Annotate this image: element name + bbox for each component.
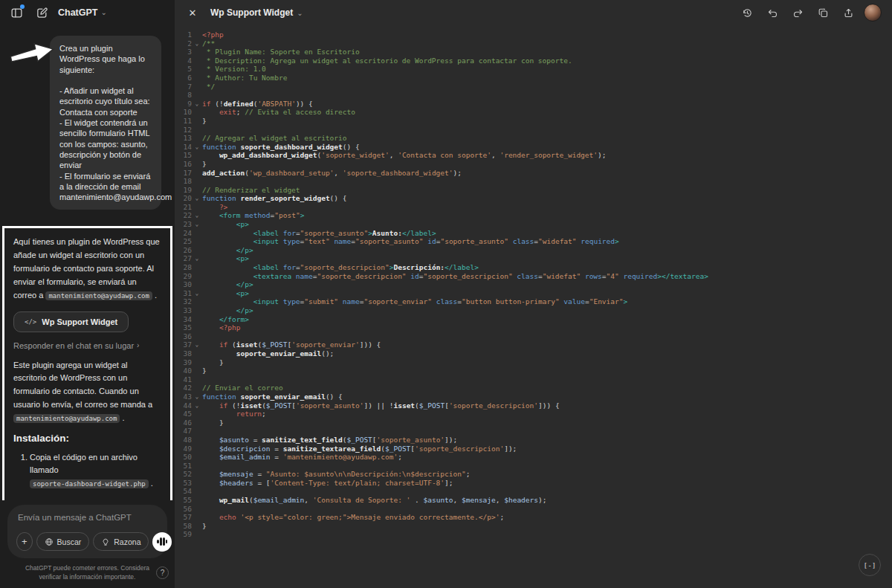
code-line: 58}	[175, 522, 892, 531]
fold-chevron-icon[interactable]: ⌄	[192, 289, 202, 298]
code-line: 29 <textarea name="soporte_descripcion" …	[175, 272, 892, 281]
line-number: 43	[175, 392, 192, 401]
fold-chevron-icon[interactable]: ⌄	[192, 194, 202, 203]
code-text: * Description: Agrega un widget al escri…	[202, 56, 892, 65]
code-line: 18	[175, 177, 892, 186]
fold-gutter	[192, 297, 202, 306]
fold-gutter	[192, 522, 202, 531]
fold-gutter	[192, 513, 202, 522]
code-text: * Author: Tu Nombre	[202, 74, 892, 83]
attach-button[interactable]: +	[16, 532, 33, 551]
inline-code: mantenimiento@ayudawp.com	[13, 414, 120, 423]
help-button[interactable]: ?	[156, 566, 169, 579]
line-number: 5	[175, 65, 192, 74]
fold-gutter	[192, 203, 202, 212]
fold-chevron-icon[interactable]: ⌄	[192, 39, 202, 48]
copy-icon[interactable]	[813, 3, 833, 22]
code-text	[202, 427, 892, 436]
fold-gutter	[192, 453, 202, 462]
reason-button[interactable]: Razona	[93, 532, 149, 551]
code-line: 24 <label for="soporte_asunto">Asunto:</…	[175, 229, 892, 238]
code-text: * Version: 1.0	[202, 65, 892, 74]
fold-chevron-icon[interactable]: ⌄	[192, 143, 202, 152]
message-input[interactable]: Envía un mensaje a ChatGPT	[18, 513, 158, 522]
code-editor[interactable]: 1<?php2⌄/**3 * Plugin Name: Soporte en E…	[175, 25, 892, 588]
code-text: wp_add_dashboard_widget('soporte_widget'…	[202, 151, 892, 160]
fold-gutter	[192, 530, 202, 539]
user-message-row: Crea un plugin WordPress que haga lo sig…	[0, 31, 175, 210]
voice-mode-button[interactable]	[152, 532, 172, 552]
fold-gutter	[192, 323, 202, 332]
line-number: 19	[175, 186, 192, 195]
line-number: 21	[175, 203, 192, 212]
fold-chevron-icon[interactable]: ⌄	[192, 220, 202, 229]
code-text: if (isset($_POST['soporte_enviar'])) {	[202, 340, 892, 349]
console-toggle-button[interactable]: [-]	[859, 554, 881, 576]
code-line: 3 * Plugin Name: Soporte en Escritorio	[175, 48, 892, 56]
chatgpt-canvas-window: ChatGPT ⌄ Crea un plugin WordPress que h…	[0, 0, 892, 588]
line-number: 9	[175, 100, 192, 109]
fold-gutter	[192, 419, 202, 427]
code-line: 42// Enviar el correo	[175, 384, 892, 392]
fold-chevron-icon[interactable]: ⌄	[192, 254, 202, 263]
code-text: /**	[202, 39, 892, 48]
fold-chevron-icon[interactable]: ⌄	[192, 100, 202, 109]
model-selector[interactable]: ChatGPT ⌄	[58, 7, 107, 18]
notification-dot	[20, 4, 25, 9]
redo-icon[interactable]	[788, 3, 807, 22]
code-line: 45 return;	[175, 410, 892, 419]
code-line: 17add_action('wp_dashboard_setup', 'sopo…	[175, 169, 892, 178]
fold-gutter	[192, 237, 202, 246]
search-button[interactable]: Buscar	[36, 532, 90, 551]
fold-chevron-icon[interactable]: ⌄	[192, 401, 202, 410]
code-text: // Enviar el correo	[202, 384, 892, 392]
fold-gutter	[192, 126, 202, 135]
fold-gutter	[192, 315, 202, 324]
code-line: 35 <?php	[175, 323, 892, 332]
code-line: 47	[175, 427, 892, 436]
line-number: 28	[175, 263, 192, 272]
chevron-right-icon: ›	[137, 341, 139, 349]
new-chat-icon[interactable]	[33, 4, 51, 22]
code-line: 30 </p>	[175, 280, 892, 289]
canvas-panel: ✕ Wp Support Widget ⌄	[175, 0, 892, 588]
sidebar-toggle-icon[interactable]	[7, 4, 25, 22]
code-text: wp_mail($email_admin, 'Consulta de Sopor…	[202, 496, 892, 505]
line-number: 6	[175, 74, 192, 83]
fold-gutter	[192, 56, 202, 65]
fold-gutter	[192, 272, 202, 281]
undo-icon[interactable]	[763, 3, 782, 22]
fold-chevron-icon[interactable]: ⌄	[192, 211, 202, 220]
line-number: 55	[175, 496, 192, 505]
canvas-toolbar	[737, 3, 882, 22]
code-text: }	[202, 366, 892, 375]
code-line: 21 ?>	[175, 203, 892, 212]
code-line: 33 </p>	[175, 306, 892, 315]
line-number: 1	[175, 30, 192, 39]
code-line: 54	[175, 487, 892, 496]
code-line: 34 </form>	[175, 315, 892, 324]
fold-gutter	[192, 83, 202, 91]
canvas-document-button[interactable]: </> Wp Support Widget	[13, 311, 129, 332]
fold-gutter	[192, 229, 202, 238]
user-avatar[interactable]	[864, 4, 882, 22]
fold-chevron-icon[interactable]: ⌄	[192, 340, 202, 349]
code-text: $asunto = sanitize_text_field($_POST['so…	[202, 436, 892, 445]
fold-gutter	[192, 134, 202, 143]
code-line: 43⌄function soporte_enviar_email() {	[175, 392, 892, 401]
fold-gutter	[192, 306, 202, 315]
reply-in-chat-link[interactable]: Responder en el chat en su lugar ›	[13, 341, 161, 350]
share-icon[interactable]	[838, 3, 858, 22]
fold-chevron-icon[interactable]: ⌄	[192, 392, 202, 401]
fold-gutter	[192, 470, 202, 479]
code-text: <textarea name="soporte_descripcion" id=…	[202, 272, 892, 281]
version-history-icon[interactable]	[737, 3, 757, 22]
canvas-title-menu[interactable]: Wp Support Widget ⌄	[210, 7, 303, 18]
code-line: 25 <input type="text" name="soporte_asun…	[175, 237, 892, 246]
line-number: 10	[175, 108, 192, 117]
code-text	[202, 462, 892, 471]
code-text: */	[202, 83, 892, 91]
close-icon[interactable]: ✕	[185, 7, 200, 19]
line-number: 25	[175, 237, 192, 246]
line-number: 56	[175, 505, 192, 514]
